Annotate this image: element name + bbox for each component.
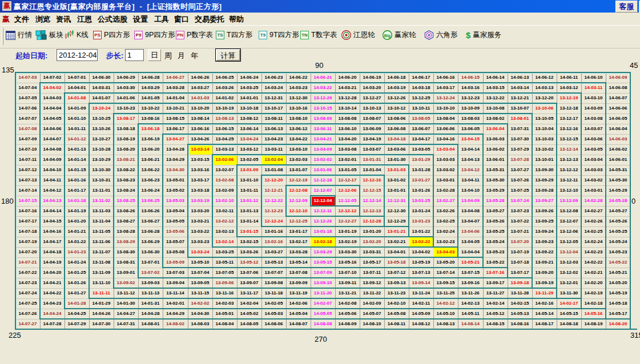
- svg-text:Big: Big: [384, 34, 391, 38]
